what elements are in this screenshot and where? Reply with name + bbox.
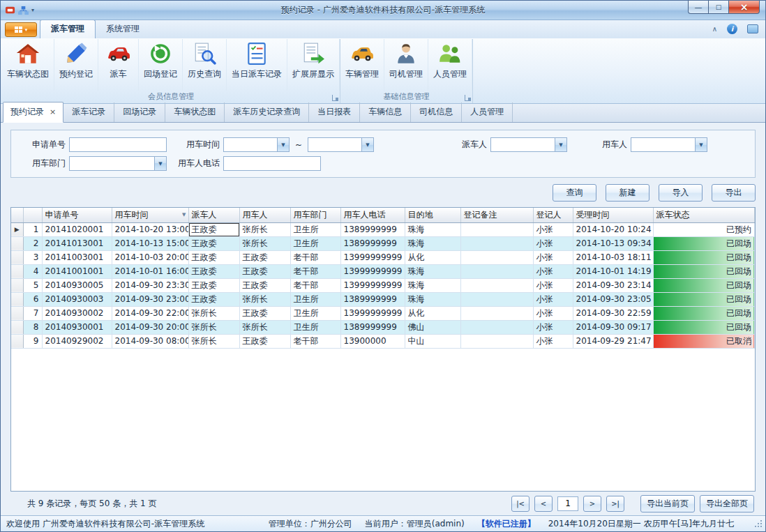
column-header[interactable]: 用车人电话 bbox=[340, 208, 405, 222]
grid-cell[interactable]: 中山 bbox=[405, 334, 460, 348]
grid-cell[interactable]: 王政委 bbox=[188, 292, 239, 306]
grid-cell[interactable]: 小张 bbox=[533, 320, 573, 334]
grid-cell[interactable]: 王政委 bbox=[188, 222, 239, 236]
resize-grip[interactable] bbox=[753, 519, 763, 529]
grid-cell[interactable]: 2014-09-30 23:30 bbox=[112, 278, 188, 292]
grid-cell[interactable]: 小张 bbox=[533, 236, 573, 250]
grid-cell[interactable]: 珠海 bbox=[405, 236, 460, 250]
today-dispatch-record-button[interactable]: 当日派车记录 bbox=[227, 39, 287, 91]
qat-dropdown-icon[interactable]: ▾ bbox=[31, 7, 34, 13]
grid-cell[interactable]: 1389999999 bbox=[340, 236, 405, 250]
table-row[interactable]: 5201409300052014-09-30 23:30王政委王政委老干部139… bbox=[11, 278, 755, 292]
chevron-down-icon[interactable]: ▼ bbox=[277, 138, 289, 151]
grid-cell[interactable] bbox=[460, 292, 533, 306]
row-indicator[interactable] bbox=[11, 320, 23, 334]
grid-cell[interactable]: 王政委 bbox=[239, 334, 290, 348]
grid-cell[interactable]: 张所长 bbox=[188, 334, 239, 348]
doc-tab-return-records[interactable]: 回场记录 bbox=[114, 102, 165, 122]
ribbon-tab-dispatch[interactable]: 派车管理 bbox=[40, 20, 96, 38]
layout-icon[interactable] bbox=[18, 6, 29, 15]
table-row[interactable]: ▶1201410200012014-10-20 13:00王政委张所长卫生所13… bbox=[11, 222, 755, 236]
grid-cell[interactable]: 1389999999 bbox=[340, 222, 405, 236]
grid-cell[interactable] bbox=[460, 320, 533, 334]
grid-cell[interactable]: 珠海 bbox=[405, 264, 460, 278]
new-button[interactable]: 新建 bbox=[606, 184, 649, 202]
grid-cell[interactable]: 2014-09-30 23:14 bbox=[573, 278, 653, 292]
grid-cell[interactable]: 卫生所 bbox=[290, 236, 340, 250]
grid-cell[interactable]: 2014-09-30 20:00 bbox=[112, 320, 188, 334]
grid-cell[interactable]: 王政委 bbox=[239, 264, 290, 278]
page-number-input[interactable] bbox=[557, 496, 578, 511]
grid-cell[interactable] bbox=[460, 334, 533, 348]
grid-cell[interactable] bbox=[460, 306, 533, 320]
row-indicator[interactable] bbox=[11, 264, 23, 278]
doc-tab-vehicle-status-chart[interactable]: 车辆状态图 bbox=[165, 102, 225, 122]
grid-cell[interactable] bbox=[460, 222, 533, 236]
row-indicator[interactable] bbox=[11, 292, 23, 306]
grid-cell[interactable]: 20140929002 bbox=[42, 334, 112, 348]
last-page-button[interactable]: >| bbox=[606, 496, 624, 512]
grid-cell[interactable]: 珠海 bbox=[405, 292, 460, 306]
table-row[interactable]: 7201409300022014-09-30 22:00张所长王政委卫生所139… bbox=[11, 306, 755, 320]
grid-cell[interactable]: 王政委 bbox=[188, 278, 239, 292]
table-row[interactable]: 9201409290022014-09-30 08:00张所长王政委老干部139… bbox=[11, 334, 755, 348]
close-button[interactable]: × bbox=[728, 1, 760, 14]
grid-cell[interactable] bbox=[460, 250, 533, 264]
grid-cell[interactable]: 从化 bbox=[405, 250, 460, 264]
grid-cell[interactable]: 小张 bbox=[533, 222, 573, 236]
registration-status-link[interactable]: 【软件已注册】 bbox=[477, 518, 536, 530]
doc-tab-vehicle-info[interactable]: 车辆信息 bbox=[360, 102, 411, 122]
grid-cell[interactable]: 20140930001 bbox=[42, 320, 112, 334]
grid-cell[interactable]: 20141001001 bbox=[42, 264, 112, 278]
chevron-down-icon[interactable]: ▼ bbox=[361, 138, 373, 151]
grid-cell[interactable]: 小张 bbox=[533, 264, 573, 278]
row-indicator[interactable] bbox=[11, 278, 23, 292]
row-indicator[interactable]: ▶ bbox=[11, 222, 23, 236]
grid-cell[interactable]: 老干部 bbox=[290, 278, 340, 292]
grid-cell[interactable]: 王政委 bbox=[188, 236, 239, 250]
grid-cell[interactable]: 2014-09-30 22:00 bbox=[112, 306, 188, 320]
row-indicator[interactable] bbox=[11, 236, 23, 250]
grid-cell[interactable]: 2014-09-30 23:00 bbox=[112, 292, 188, 306]
doc-tab-dispatch-records[interactable]: 派车记录 bbox=[63, 102, 114, 122]
grid-cell[interactable]: 2014-09-30 09:17 bbox=[573, 320, 653, 334]
export-current-page-button[interactable]: 导出当前页 bbox=[640, 495, 695, 512]
column-header[interactable]: 申请单号 bbox=[42, 208, 112, 222]
doc-tab-personnel-management[interactable]: 人员管理 bbox=[462, 102, 513, 122]
app-logo-icon[interactable] bbox=[5, 5, 15, 15]
use-time-to-combo[interactable]: ▼ bbox=[308, 137, 374, 152]
grid-cell[interactable]: 2014-10-13 09:34 bbox=[573, 236, 653, 250]
chevron-down-icon[interactable]: ▼ bbox=[154, 157, 166, 170]
grid-cell[interactable]: 20140930005 bbox=[42, 278, 112, 292]
column-header[interactable]: 派车人 bbox=[188, 208, 239, 222]
column-header[interactable]: 登记备注 bbox=[460, 208, 533, 222]
maximize-button[interactable]: □ bbox=[708, 1, 728, 14]
grid-cell[interactable]: 2014-10-03 18:11 bbox=[573, 250, 653, 264]
grid-cell[interactable]: 2014-09-30 08:00 bbox=[112, 334, 188, 348]
grid-cell[interactable]: 13900000 bbox=[340, 334, 405, 348]
column-header[interactable]: 派车状态 bbox=[653, 208, 755, 222]
phone-input[interactable] bbox=[223, 156, 321, 171]
grid-cell[interactable]: 佛山 bbox=[405, 320, 460, 334]
grid-cell[interactable]: 小张 bbox=[533, 292, 573, 306]
grid-cell[interactable]: 20140930003 bbox=[42, 292, 112, 306]
export-all-pages-button[interactable]: 导出全部页 bbox=[700, 495, 754, 512]
grid-cell[interactable]: 王政委 bbox=[188, 250, 239, 264]
grid-cell[interactable]: 张所长 bbox=[188, 320, 239, 334]
grid-cell[interactable]: 2014-10-01 14:19 bbox=[573, 264, 653, 278]
column-header[interactable]: 目的地 bbox=[405, 208, 460, 222]
grid-cell[interactable]: 小张 bbox=[533, 278, 573, 292]
export-button[interactable]: 导出 bbox=[712, 184, 756, 202]
column-header[interactable]: 用车部门 bbox=[290, 208, 340, 222]
grid-cell[interactable]: 2014-10-01 16:00 bbox=[112, 264, 188, 278]
apply-no-input[interactable] bbox=[69, 137, 167, 152]
first-page-button[interactable]: |< bbox=[511, 496, 530, 512]
grid-cell[interactable]: 珠海 bbox=[405, 278, 460, 292]
row-indicator[interactable] bbox=[11, 306, 23, 320]
grid-cell[interactable]: 小张 bbox=[533, 306, 573, 320]
grid-cell[interactable]: 2014-09-30 23:05 bbox=[573, 292, 653, 306]
grid-cell[interactable] bbox=[460, 264, 533, 278]
grid-cell[interactable]: 2014-10-13 15:00 bbox=[112, 236, 188, 250]
grid-cell[interactable]: 卫生所 bbox=[290, 306, 340, 320]
tab-close-icon[interactable]: × bbox=[50, 107, 56, 116]
